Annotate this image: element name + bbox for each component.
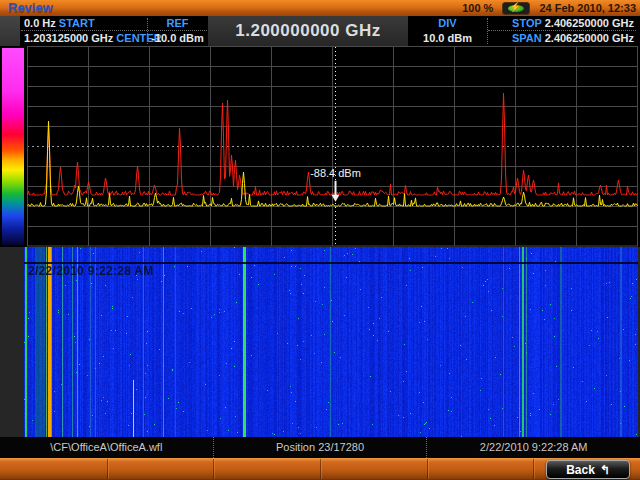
battery-percent: 100 % (462, 0, 493, 16)
span-value: 2.406250000 GHz (545, 32, 634, 44)
analyzer-screen: Review 100 % ⚡ 24 Feb 2010, 12:33 0.0 Hz… (0, 0, 640, 480)
spectrogram-timestamp: 2/22/2010 9:22:28 AM (28, 264, 154, 278)
page-title: Review (8, 0, 53, 16)
softkey-divider (213, 459, 214, 479)
softkey-divider (427, 459, 428, 479)
softkey-divider (107, 459, 108, 479)
ref-cell: REF -10.0 dBm (148, 16, 207, 46)
settings-readout-bar: 0.0 Hz START 1.203125000 GHz CENTER REF … (0, 16, 640, 46)
div-label: DIV (438, 17, 456, 29)
status-bar: \CF\OfficeA\OfficeA.wfl Position 23/1728… (0, 437, 640, 458)
start-value: 0.0 Hz (24, 17, 56, 29)
ref-value: -10.0 dBm (151, 32, 204, 44)
datetime: 24 Feb 2010, 12:33 (539, 0, 636, 16)
stop-label: STOP (512, 17, 542, 29)
spectrogram-panel: 2/22/2010 9:22:28 AM (0, 247, 640, 437)
start-center-cell: 0.0 Hz START 1.203125000 GHz CENTER (21, 16, 147, 46)
back-button[interactable]: Back ↰ (546, 460, 630, 479)
title-bar-right: 100 % ⚡ 24 Feb 2010, 12:33 (462, 0, 636, 16)
title-bar: Review 100 % ⚡ 24 Feb 2010, 12:33 (0, 0, 640, 16)
amplitude-colormap-bar (2, 48, 24, 245)
back-arrow-icon: ↰ (600, 464, 610, 476)
back-button-label: Back (566, 463, 595, 477)
header-corner (0, 16, 20, 46)
stop-value: 2.406250000 GHz (545, 17, 634, 29)
span-label: SPAN (512, 32, 542, 44)
status-timestamp: 2/22/2010 9:22:28 AM (426, 437, 640, 458)
div-value: 10.0 dBm (423, 32, 472, 44)
softkey-divider (320, 459, 321, 479)
file-path: \CF\OfficeA\OfficeA.wfl (0, 437, 213, 458)
position-readout: Position 23/17280 (213, 437, 427, 458)
center-frequency-display: 1.200000000 GHz (208, 16, 408, 46)
battery-charging-icon: ⚡ (502, 2, 530, 15)
stop-span-cell: STOP 2.406250000 GHz SPAN 2.406250000 GH… (488, 16, 636, 46)
softkey-bar: Back ↰ (0, 458, 640, 480)
marker-readout: -88.4 dBm (310, 167, 361, 179)
softkey-divider (533, 459, 534, 479)
ref-label: REF (167, 17, 189, 29)
spectrum-plot: -88.4 dBm (0, 46, 640, 247)
charging-bolt-icon: ⚡ (509, 2, 520, 12)
div-cell: DIV 10.0 dBm (409, 16, 486, 46)
spectrum-traces-svg: -88.4 dBm (27, 46, 638, 247)
center-value: 1.203125000 GHz (24, 32, 113, 44)
start-label: START (59, 17, 95, 29)
